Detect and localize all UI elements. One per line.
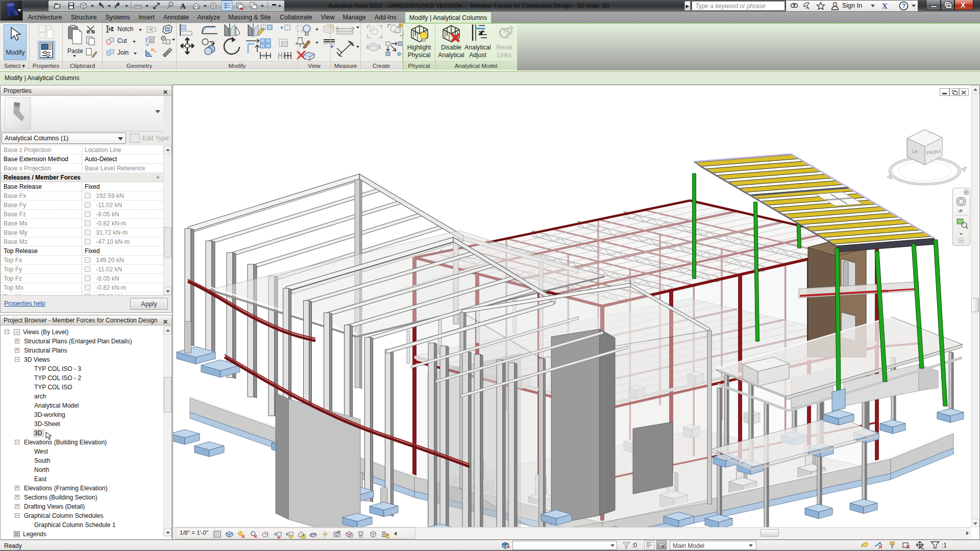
- svg-text:X: X: [882, 2, 888, 10]
- svg-text:ˇˇˋ: ˇˇˋ: [928, 132, 933, 138]
- svg-text:?: ?: [902, 3, 905, 10]
- svg-text:1: 1: [170, 3, 172, 6]
- svg-text:A: A: [180, 2, 186, 10]
